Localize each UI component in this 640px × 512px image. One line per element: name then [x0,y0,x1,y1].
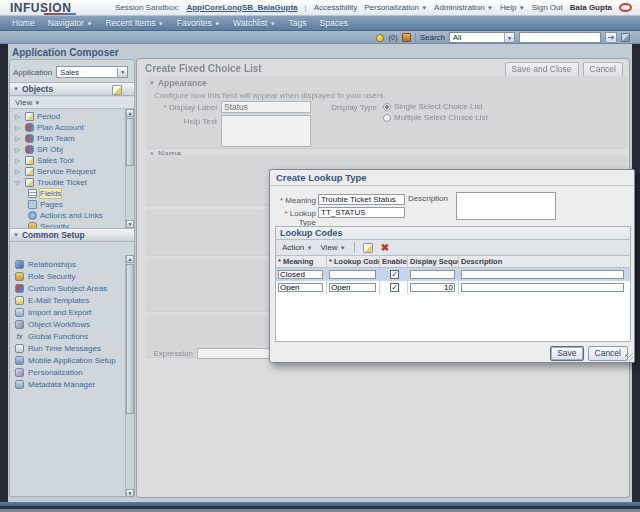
advanced-search-icon[interactable] [621,33,630,42]
expand-icon[interactable]: ▷ [15,124,22,132]
sign-out-link[interactable]: Sign Out [532,3,563,12]
radio-single-select[interactable]: Single Select Choice List [383,102,483,111]
objects-section-header[interactable]: ▼ Objects [10,82,134,96]
nav-watchlist[interactable]: Watchlist ▼ [233,18,276,28]
view-menu[interactable]: View ▼ [320,243,345,252]
sidebar-item-custom-subject-areas[interactable]: Custom Subject Areas [10,283,122,294]
tree-item-service-request[interactable]: ▷Service Request [10,166,122,177]
personalization-menu[interactable]: Personalization ▼ [364,3,427,12]
chevron-down-icon[interactable]: ▼ [504,33,514,42]
sidebar-item-metadata-manager[interactable]: Metadata Manager [10,379,122,390]
scroll-up-icon[interactable]: ▲ [126,109,134,117]
search-input[interactable] [519,32,601,43]
nav-spaces[interactable]: Spaces [320,18,348,28]
application-select[interactable]: Sales ▼ [56,66,128,78]
scrollbar-thumb[interactable] [126,264,134,414]
save-button[interactable]: Save [550,346,583,361]
tree-scrollbar[interactable]: ▲ ▼ [125,109,134,228]
nav-recent-items[interactable]: Recent Items ▼ [105,18,163,28]
table-row-closed[interactable]: ✓ [276,268,630,281]
column-header-meaning[interactable]: * Meaning [276,256,327,267]
table-row-open[interactable]: ✓ [276,281,630,294]
expand-icon[interactable]: ▷ [15,168,22,176]
lookup-code-cell-input[interactable] [329,283,376,292]
lookup-code-cell-input[interactable] [329,270,376,279]
action-menu[interactable]: Action ▼ [282,243,312,252]
sidebar-item-object-workflows[interactable]: Object Workflows [10,319,122,330]
tree-item-pages[interactable]: Pages [10,199,122,210]
column-header-display-sequence[interactable]: Display Sequence [408,256,459,267]
tree-item-trouble-ticket[interactable]: ▽Trouble Ticket [10,177,122,188]
save-and-close-button[interactable]: Save and Close [505,62,579,77]
add-row-icon[interactable] [363,243,373,253]
search-scope-select[interactable]: All ▼ [449,32,515,43]
display-sequence-cell-input[interactable] [410,283,455,292]
cancel-button[interactable]: Cancel [583,62,623,77]
nav-navigator[interactable]: Navigator ▼ [48,18,93,28]
common-setup-scrollbar[interactable]: ▲ ▼ [125,255,134,497]
help-menu[interactable]: Help ▼ [500,3,525,12]
session-sandbox-link[interactable]: ApplCoreLongSB_BalaGupta [186,3,297,12]
collapse-icon[interactable]: ▼ [13,232,19,238]
nav-favorites[interactable]: Favorites ▼ [177,18,220,28]
tree-item-plan-team[interactable]: ▷Plan Team [10,133,122,144]
scroll-down-icon[interactable]: ▼ [126,489,134,497]
nav-home[interactable]: Home [12,18,35,28]
expand-icon[interactable]: ▷ [15,146,22,154]
collapse-icon[interactable]: ▽ [15,179,22,187]
chevron-down-icon[interactable]: ▼ [117,68,127,77]
cancel-button[interactable]: Cancel [588,346,628,361]
sidebar-item-role-security[interactable]: Role Security [10,271,122,282]
expand-icon[interactable]: ▷ [15,113,22,121]
tree-item-fields[interactable]: Fields [10,188,122,199]
accessibility-link[interactable]: Accessibility [314,3,358,12]
sidebar-item-import-export[interactable]: Import and Export [10,307,122,318]
sidebar-item-run-time-messages[interactable]: Run Time Messages [10,343,122,354]
search-go-button[interactable]: ➔ [605,32,617,43]
calendar-icon[interactable] [402,33,411,42]
radio-multiple-select[interactable]: Multiple Select Choice List [383,113,488,122]
nav-tags[interactable]: Tags [289,18,307,28]
scroll-down-icon[interactable]: ▼ [126,220,134,228]
meaning-cell-input[interactable] [278,270,323,279]
column-header-lookup-code[interactable]: * Lookup Code [327,256,380,267]
tree-item-sr-obj[interactable]: ▷SR Obj [10,144,122,155]
description-cell-input[interactable] [461,283,624,292]
scroll-up-icon[interactable]: ▲ [126,255,134,263]
enabled-checkbox-checked[interactable]: ✓ [390,270,399,279]
tree-item-sales-tool[interactable]: ▷Sales Tool [10,155,122,166]
meaning-cell-input[interactable] [278,283,323,292]
sidebar-item-relationships[interactable]: Relationships [10,259,122,270]
enabled-checkbox-checked[interactable]: ✓ [390,283,399,292]
scrollbar-thumb[interactable] [126,118,134,166]
common-setup-section-header[interactable]: ▼ Common Setup [10,228,134,242]
column-header-enabled[interactable]: Enabled [380,256,408,267]
collapse-icon[interactable]: ▼ [149,80,155,86]
resize-grip-icon[interactable] [625,353,633,361]
lookup-type-input[interactable] [318,207,405,218]
appearance-section-header[interactable]: ▼ Appearance [149,78,207,88]
tree-item-plan-account[interactable]: ▷Plan Account [10,122,122,133]
delete-row-icon[interactable]: ✖ [381,243,389,253]
sidebar-item-mobile-application-setup[interactable]: Mobile Application Setup [10,355,122,366]
collapse-icon[interactable]: ▼ [13,86,19,92]
tree-item-actions-and-links[interactable]: Actions and Links [10,210,122,221]
description-cell-input[interactable] [461,270,624,279]
description-textarea[interactable] [456,192,556,220]
tree-item-security[interactable]: Security [10,221,122,228]
administration-menu[interactable]: Administration ▼ [434,3,493,12]
column-header-description[interactable]: Description [459,256,630,267]
sidebar-item-personalization[interactable]: Personalization [10,367,122,378]
sidebar-item-global-functions[interactable]: fxGlobal Functions [10,331,122,342]
tree-item-period[interactable]: ▷Period [10,111,122,122]
expand-icon[interactable]: ▷ [15,157,22,165]
notifications-bell-icon[interactable] [376,34,384,42]
display-label-input[interactable] [221,101,311,113]
expand-icon[interactable]: ▷ [15,135,22,143]
tree-view-menu[interactable]: View ▼ [10,97,134,109]
meaning-input[interactable] [318,194,405,205]
display-sequence-cell-input[interactable] [410,270,455,279]
help-text-textarea[interactable] [221,115,311,147]
sidebar-item-email-templates[interactable]: E-Mail Templates [10,295,122,306]
new-object-icon[interactable] [112,85,122,95]
